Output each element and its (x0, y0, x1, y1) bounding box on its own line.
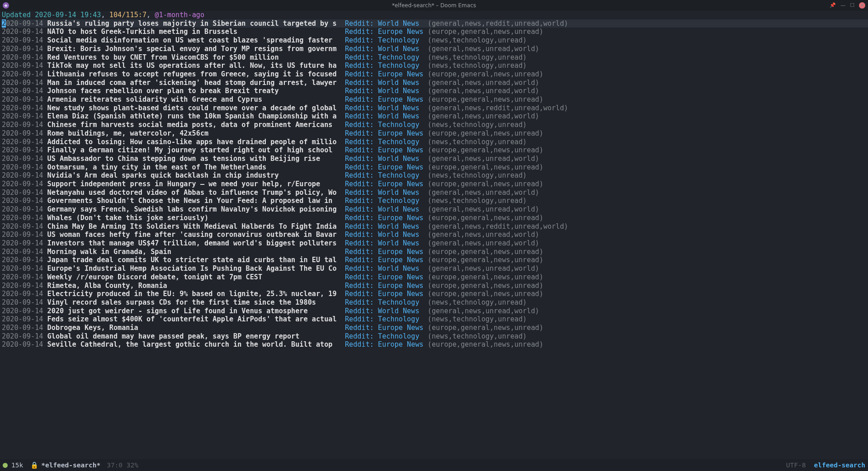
entry-title: Whales (Don't take this joke seriously) (47, 214, 345, 222)
entry-feed: Reddit: Technology (345, 121, 428, 129)
feed-entry[interactable]: 2020-09-14 TikTok may not sell its US op… (2, 61, 868, 70)
feed-entry[interactable]: 2020-09-14 Ootmarsum, a tiny city in the… (2, 163, 868, 172)
entry-title: Japan trade deal commits UK to stricter … (47, 256, 345, 264)
feed-entry[interactable]: 2020-09-14 Governments Shouldn't Choose … (2, 197, 868, 205)
pin-icon[interactable]: 📌 (830, 1, 836, 10)
feed-entry[interactable]: 2020-09-14 Rimetea, Alba County, Romania… (2, 282, 868, 290)
entry-feed: Reddit: Europe News (345, 290, 428, 298)
feed-entry[interactable]: 2020-09-14 Armenia reiterates solidarity… (2, 95, 868, 104)
feed-entry[interactable]: 2020-09-14 Russia's ruling party loses m… (2, 19, 868, 28)
entry-tags: (europe,general,news,unread) (428, 146, 543, 154)
feed-entry[interactable]: 2020-09-14 Brexit: Boris Johnson's speci… (2, 45, 868, 53)
feed-entry[interactable]: 2020-09-14 Lithuania refuses to accept r… (2, 70, 868, 79)
feed-entry[interactable]: 2020-09-14 Germany says French, Swedish … (2, 205, 868, 214)
feed-entry[interactable]: 2020-09-14 NATO to host Greek-Turkish me… (2, 28, 868, 36)
minimize-icon[interactable]: — (840, 1, 845, 10)
feed-entry[interactable]: 2020-09-14 Netanyahu used doctored video… (2, 188, 868, 197)
entry-tags: (news,technology,unread) (428, 332, 527, 340)
entry-title: Social media disinformation on US west c… (47, 36, 345, 44)
entry-title: Governments Shouldn't Choose the News in… (47, 197, 345, 205)
feed-entry[interactable]: 2020-09-14 Morning walk in Granada, Spai… (2, 248, 868, 256)
entry-tags: (europe,general,news,unread) (428, 214, 543, 222)
entry-feed: Reddit: Technology (345, 315, 428, 323)
entry-feed: Reddit: World News (345, 87, 428, 95)
feed-entry[interactable]: 2020-09-14 China May Be Arming Its Soldi… (2, 222, 868, 231)
entry-tags: (news,technology,unread) (428, 315, 527, 323)
entry-title: Brexit: Boris Johnson's special envoy an… (47, 45, 345, 53)
feed-entry[interactable]: 2020-09-14 Feds seize almost $400K of 'c… (2, 315, 868, 324)
entry-tags: (general,news,unread,world) (428, 87, 539, 95)
entry-feed: Reddit: Europe News (345, 95, 428, 104)
feed-entry[interactable]: 2020-09-14 Social media disinformation o… (2, 36, 868, 45)
feed-entry[interactable]: 2020-09-14 New study shows plant-based d… (2, 104, 868, 113)
feed-entry[interactable]: 2020-09-14 Addicted to losing: How casin… (2, 138, 868, 146)
entry-feed: Reddit: Technology (345, 332, 428, 340)
close-icon[interactable]: ✕ (859, 2, 865, 9)
entry-tags: (general,news,unread,world) (428, 79, 539, 87)
feed-entry[interactable]: 2020-09-14 Red Ventures to buy CNET from… (2, 53, 868, 62)
feed-entry[interactable]: 2020-09-14 Japan trade deal commits UK t… (2, 256, 868, 264)
feed-entry[interactable]: 2020-09-14 US Ambassador to China steppi… (2, 155, 868, 163)
entry-feed: Reddit: Technology (345, 171, 428, 179)
feed-entry[interactable]: 2020-09-14 Rome buildings, me, watercolo… (2, 129, 868, 138)
feed-entry[interactable]: 2020-09-14 Chinese firm harvests social … (2, 121, 868, 129)
maximize-icon[interactable]: ☐ (850, 1, 854, 10)
feed-entry[interactable]: 2020-09-14 US woman faces hefty fine aft… (2, 231, 868, 239)
entry-feed: Reddit: Technology (345, 53, 428, 61)
feed-entry[interactable]: 2020-09-14 Global oil demand may have pa… (2, 332, 868, 341)
entry-tags: (europe,general,news,unread) (428, 163, 543, 171)
entry-tags: (news,technology,unread) (428, 171, 527, 179)
feed-entry[interactable]: 2020-09-14 Support independent press in … (2, 180, 868, 188)
window-title: *elfeed-search* – Doom Emacs (392, 1, 476, 10)
entry-feed: Reddit: Technology (345, 138, 428, 146)
feed-entry[interactable]: 2020-09-14 Man in induced coma after 'si… (2, 79, 868, 87)
entry-title: China May Be Arming Its Soldiers With Me… (47, 222, 345, 231)
entry-title: US woman faces hefty fine after 'causing… (47, 231, 345, 239)
feed-entry[interactable]: 2020-09-14 Nvidia's Arm deal sparks quic… (2, 171, 868, 180)
lock-icon: 🔒 (30, 461, 38, 470)
entry-feed: Reddit: World News (345, 104, 428, 112)
entry-tags: (general,news,unread,world) (428, 112, 539, 120)
entry-feed: Reddit: World News (345, 205, 428, 213)
entry-tags: (europe,general,news,unread) (428, 28, 543, 36)
elfeed-buffer[interactable]: Updated 2020-09-14 19:43, 104/115:7, @1-… (0, 11, 868, 349)
entry-tags: (europe,general,news,unread) (428, 248, 543, 256)
feed-entry[interactable]: 2020-09-14 Weekly /r/europe Discord deba… (2, 273, 868, 282)
feed-entry[interactable]: 2020-09-14 Seville Cathedral, the larges… (2, 340, 868, 349)
entry-tags: (general,news,unread,world) (428, 188, 539, 197)
buffer-name: *elfeed-search* (41, 461, 100, 470)
elfeed-status-line: Updated 2020-09-14 19:43, 104/115:7, @1-… (2, 11, 868, 19)
feed-entry[interactable]: 2020-09-14 Johnson faces rebellion over … (2, 87, 868, 95)
entry-feed: Reddit: World News (345, 239, 428, 247)
modeline: 15k 🔒 *elfeed-search* 37:0 32% UTF-8 elf… (0, 459, 868, 471)
entry-title: Weekly /r/europe Discord debate, tonight… (47, 273, 345, 281)
entry-feed: Reddit: World News (345, 307, 428, 315)
entry-feed: Reddit: Europe News (345, 248, 428, 256)
feed-entry[interactable]: 2020-09-14 Investors that manage US$47 t… (2, 239, 868, 248)
entry-title: Lithuania refuses to accept refugees fro… (47, 70, 345, 78)
entry-feed: Reddit: World News (345, 222, 428, 231)
cursor-position: 37:0 32% (107, 461, 138, 470)
feed-entry[interactable]: 2020-09-14 2020 just got weirder - signs… (2, 307, 868, 316)
entry-feed: Reddit: World News (345, 19, 428, 28)
entry-title: Netanyahu used doctored video of Abbas t… (47, 188, 345, 197)
entry-tags: (europe,general,news,unread) (428, 282, 543, 290)
entry-title: Elena Diaz (Spanish athlete) runs the 10… (47, 112, 345, 120)
major-mode: elfeed-search (814, 461, 866, 470)
feed-entry[interactable]: 2020-09-14 Elena Diaz (Spanish athlete) … (2, 112, 868, 121)
feed-entry[interactable]: 2020-09-14 Whales (Don't take this joke … (2, 214, 868, 222)
entry-feed: Reddit: Technology (345, 298, 428, 306)
feed-entry[interactable]: 2020-09-14 Electricity produced in the E… (2, 290, 868, 298)
entry-feed: Reddit: Europe News (345, 129, 428, 137)
entry-title: Red Ventures to buy CNET from ViacomCBS … (47, 53, 345, 61)
feed-entry[interactable]: 2020-09-14 Finally a German citizen! My … (2, 146, 868, 155)
feed-entry[interactable]: 2020-09-14 Europe's Industrial Hemp Asso… (2, 264, 868, 273)
entry-feed: Reddit: World News (345, 45, 428, 53)
entry-title: Finally a German citizen! My journey sta… (47, 146, 345, 154)
entry-title: Russia's ruling party loses majority in … (47, 19, 345, 28)
entry-tags: (general,news,unread,world) (428, 155, 539, 163)
feed-entry[interactable]: 2020-09-14 Dobrogea Keys, Romania Reddit… (2, 324, 868, 332)
feed-entry[interactable]: 2020-09-14 Vinyl record sales surpass CD… (2, 298, 868, 307)
entry-tags: (general,news,unread,world) (428, 264, 539, 273)
entry-tags: (general,news,unread,world) (428, 45, 539, 53)
